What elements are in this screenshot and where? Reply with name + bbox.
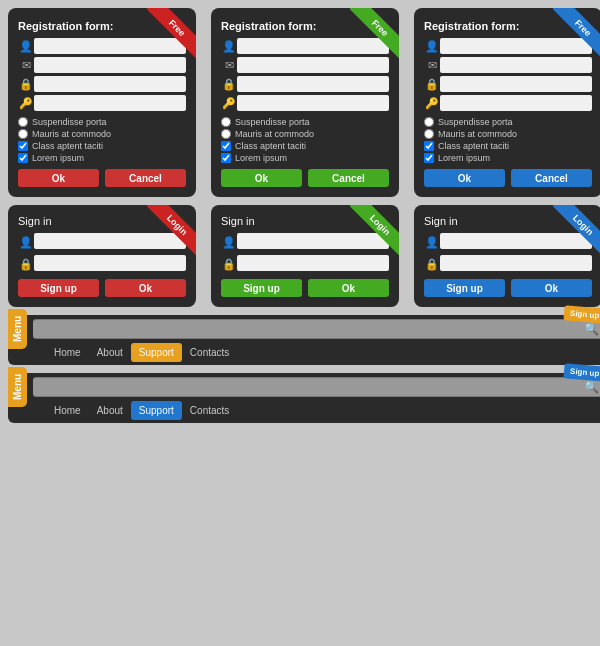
- check2-3[interactable]: [424, 153, 434, 163]
- ok-button-1[interactable]: Ok: [18, 169, 99, 187]
- pass-input-3[interactable]: [440, 76, 592, 92]
- nav-about-orange[interactable]: About: [89, 343, 131, 362]
- nav-support-blue[interactable]: Support: [131, 401, 182, 420]
- user-icon-3: 👤: [424, 40, 440, 53]
- check-label-1-1: Class aptent taciti: [32, 141, 103, 151]
- signin-pass-1[interactable]: [34, 255, 186, 271]
- user-signin-icon-3: 👤: [424, 236, 440, 249]
- search-bar-orange: 🔍: [33, 319, 600, 339]
- cancel-button-1[interactable]: Cancel: [105, 169, 186, 187]
- radio2-2[interactable]: [221, 129, 231, 139]
- user-signin-icon-2: 👤: [221, 236, 237, 249]
- nav-support-orange[interactable]: Support: [131, 343, 182, 362]
- check2-1[interactable]: [18, 153, 28, 163]
- ok-button-2[interactable]: Ok: [221, 169, 302, 187]
- search-input-orange[interactable]: [33, 320, 600, 338]
- signin-user-2[interactable]: [237, 233, 389, 249]
- check1-2[interactable]: [221, 141, 231, 151]
- email-icon-2: ✉: [221, 59, 237, 72]
- user-icon-2: 👤: [221, 40, 237, 53]
- email-input-2[interactable]: [237, 57, 389, 73]
- cancel-button-3[interactable]: Cancel: [511, 169, 592, 187]
- ok-signin-2[interactable]: Ok: [308, 279, 389, 297]
- signin-user-1[interactable]: [34, 233, 186, 249]
- signin-pass-3[interactable]: [440, 255, 592, 271]
- nav-bar-orange: Menu 🔍 Home About Support Contacts: [8, 315, 600, 365]
- name-input-3[interactable]: [440, 38, 592, 54]
- nav-top-orange: Menu 🔍: [8, 315, 600, 343]
- key-icon-3: 🔑: [424, 97, 440, 110]
- pass-input-2[interactable]: [237, 76, 389, 92]
- signup-button-2[interactable]: Sign up: [221, 279, 302, 297]
- signin-form-blue: Login Sign in 👤 🔒 Sign up Ok: [414, 205, 600, 307]
- radio1-2[interactable]: [221, 117, 231, 127]
- signin-user-3[interactable]: [440, 233, 592, 249]
- signup-button-1[interactable]: Sign up: [18, 279, 99, 297]
- signup-button-3[interactable]: Sign up: [424, 279, 505, 297]
- nav-bot-orange: Home About Support Contacts: [8, 343, 600, 365]
- reg-form-title-2: Registration form:: [221, 20, 389, 32]
- nav-bar-blue: Menu 🔍 Home About Support Contacts: [8, 373, 600, 423]
- signin-form-red: Login Sign in 👤 🔒 Sign up Ok: [8, 205, 196, 307]
- lock-signin-icon-2: 🔒: [221, 258, 237, 271]
- ok-signin-1[interactable]: Ok: [105, 279, 186, 297]
- check-label-1-2: Class aptent taciti: [235, 141, 306, 151]
- lock-icon-3: 🔒: [424, 78, 440, 91]
- radio-group-2: Suspendisse porta Mauris at commodo Clas…: [221, 117, 389, 163]
- ok-button-3[interactable]: Ok: [424, 169, 505, 187]
- lock-signin-icon-3: 🔒: [424, 258, 440, 271]
- cancel-button-2[interactable]: Cancel: [308, 169, 389, 187]
- nav-top-blue: Menu 🔍: [8, 373, 600, 401]
- search-icon-blue[interactable]: 🔍: [584, 380, 599, 394]
- radio-label-1-1: Suspendisse porta: [32, 117, 107, 127]
- nav-bot-blue: Home About Support Contacts: [8, 401, 600, 423]
- nav-bar-blue-wrapper: Menu 🔍 Home About Support Contacts Sign …: [8, 373, 600, 423]
- user-signin-icon-1: 👤: [18, 236, 34, 249]
- check1-3[interactable]: [424, 141, 434, 151]
- menu-tab-blue[interactable]: Menu: [8, 367, 27, 407]
- radio-label-2-1: Mauris at commodo: [32, 129, 111, 139]
- search-input-blue[interactable]: [33, 378, 600, 396]
- check-label-2-2: Lorem ipsum: [235, 153, 287, 163]
- search-bar-blue: 🔍: [33, 377, 600, 397]
- lock-icon-2: 🔒: [221, 78, 237, 91]
- reg-form-red: Free Registration form: 👤 ✉ 🔒 🔑 Suspendi…: [8, 8, 196, 197]
- nav-contacts-orange[interactable]: Contacts: [182, 343, 237, 362]
- nav-home-blue[interactable]: Home: [46, 401, 89, 420]
- nav-bar-orange-wrapper: Menu 🔍 Home About Support Contacts Sign …: [8, 315, 600, 365]
- email-input-3[interactable]: [440, 57, 592, 73]
- check1-1[interactable]: [18, 141, 28, 151]
- key-icon-1: 🔑: [18, 97, 34, 110]
- email-icon-3: ✉: [424, 59, 440, 72]
- check-label-2-1: Lorem ipsum: [32, 153, 84, 163]
- radio2-1[interactable]: [18, 129, 28, 139]
- check-label-2-3: Lorem ipsum: [438, 153, 490, 163]
- radio2-3[interactable]: [424, 129, 434, 139]
- pass-input-1[interactable]: [34, 76, 186, 92]
- lock-signin-icon-1: 🔒: [18, 258, 34, 271]
- ok-signin-3[interactable]: Ok: [511, 279, 592, 297]
- nav-contacts-blue[interactable]: Contacts: [182, 401, 237, 420]
- reg-form-title-3: Registration form:: [424, 20, 592, 32]
- radio1-1[interactable]: [18, 117, 28, 127]
- radio-label-2-2: Mauris at commodo: [235, 129, 314, 139]
- radio-label-1-3: Suspendisse porta: [438, 117, 513, 127]
- menu-tab-orange[interactable]: Menu: [8, 309, 27, 349]
- signin-pass-2[interactable]: [237, 255, 389, 271]
- search-icon-orange[interactable]: 🔍: [584, 322, 599, 336]
- key-input-3[interactable]: [440, 95, 592, 111]
- user-icon: 👤: [18, 40, 34, 53]
- check2-2[interactable]: [221, 153, 231, 163]
- key-input-1[interactable]: [34, 95, 186, 111]
- nav-about-blue[interactable]: About: [89, 401, 131, 420]
- lock-icon-1: 🔒: [18, 78, 34, 91]
- radio1-3[interactable]: [424, 117, 434, 127]
- reg-form-blue: Free Registration form: 👤 ✉ 🔒 🔑 Suspendi…: [414, 8, 600, 197]
- reg-form-title-1: Registration form:: [18, 20, 186, 32]
- radio-label-2-3: Mauris at commodo: [438, 129, 517, 139]
- name-input-1[interactable]: [34, 38, 186, 54]
- name-input-2[interactable]: [237, 38, 389, 54]
- nav-home-orange[interactable]: Home: [46, 343, 89, 362]
- email-input-1[interactable]: [34, 57, 186, 73]
- key-input-2[interactable]: [237, 95, 389, 111]
